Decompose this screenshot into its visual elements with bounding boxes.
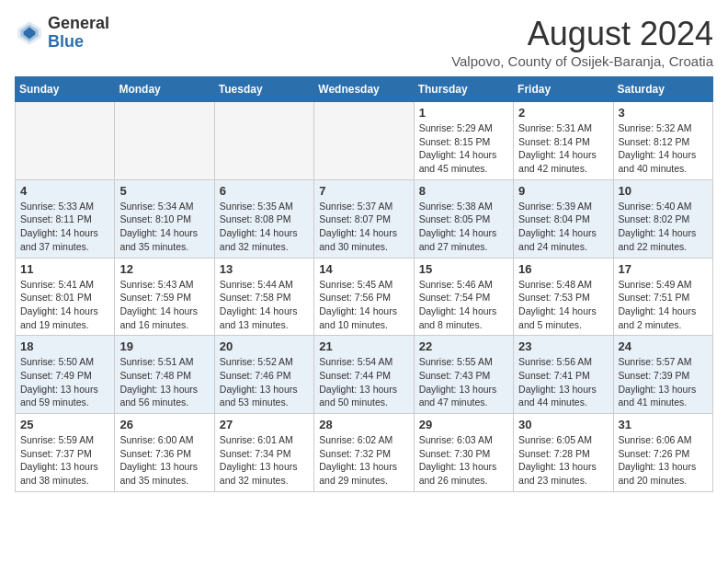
calendar-cell: 24Sunrise: 5:57 AM Sunset: 7:39 PM Dayli… [613, 336, 712, 414]
calendar-cell: 12Sunrise: 5:43 AM Sunset: 7:59 PM Dayli… [115, 258, 214, 336]
day-info: Sunrise: 5:59 AM Sunset: 7:37 PM Dayligh… [20, 433, 109, 488]
day-info: Sunrise: 6:03 AM Sunset: 7:30 PM Dayligh… [419, 433, 508, 488]
day-number: 15 [419, 262, 508, 276]
logo-text: General Blue [48, 15, 109, 52]
month-year: August 2024 [451, 15, 713, 53]
calendar-week-row: 18Sunrise: 5:50 AM Sunset: 7:49 PM Dayli… [16, 336, 713, 414]
day-info: Sunrise: 5:43 AM Sunset: 7:59 PM Dayligh… [119, 278, 209, 332]
calendar-cell: 27Sunrise: 6:01 AM Sunset: 7:34 PM Dayli… [214, 414, 313, 492]
calendar-cell: 7Sunrise: 5:37 AM Sunset: 8:07 PM Daylig… [314, 179, 414, 258]
logo: General Blue [15, 15, 109, 52]
day-info: Sunrise: 5:29 AM Sunset: 8:15 PM Dayligh… [419, 121, 508, 176]
day-info: Sunrise: 5:40 AM Sunset: 8:02 PM Dayligh… [619, 200, 708, 254]
day-number: 16 [518, 262, 608, 276]
calendar-cell: 18Sunrise: 5:50 AM Sunset: 7:49 PM Dayli… [16, 336, 115, 414]
weekday-header: Tuesday [214, 77, 313, 102]
day-info: Sunrise: 5:56 AM Sunset: 7:41 PM Dayligh… [518, 355, 608, 409]
day-info: Sunrise: 5:32 AM Sunset: 8:12 PM Dayligh… [619, 121, 708, 176]
day-info: Sunrise: 5:38 AM Sunset: 8:05 PM Dayligh… [419, 200, 508, 254]
day-number: 18 [20, 339, 109, 353]
day-info: Sunrise: 5:39 AM Sunset: 8:04 PM Dayligh… [518, 200, 608, 254]
day-info: Sunrise: 5:41 AM Sunset: 8:01 PM Dayligh… [20, 278, 109, 332]
day-info: Sunrise: 6:05 AM Sunset: 7:28 PM Dayligh… [518, 433, 608, 488]
calendar-cell: 13Sunrise: 5:44 AM Sunset: 7:58 PM Dayli… [214, 258, 313, 336]
day-info: Sunrise: 5:34 AM Sunset: 8:10 PM Dayligh… [119, 200, 209, 254]
calendar-cell: 31Sunrise: 6:06 AM Sunset: 7:26 PM Dayli… [613, 414, 712, 492]
calendar-cell: 20Sunrise: 5:52 AM Sunset: 7:46 PM Dayli… [214, 336, 313, 414]
day-info: Sunrise: 5:48 AM Sunset: 7:53 PM Dayligh… [518, 278, 608, 332]
day-number: 20 [220, 339, 309, 353]
day-number: 26 [119, 418, 209, 431]
location: Valpovo, County of Osijek-Baranja, Croat… [451, 53, 713, 69]
day-number: 24 [619, 339, 708, 353]
day-number: 21 [319, 339, 408, 353]
day-info: Sunrise: 5:49 AM Sunset: 7:51 PM Dayligh… [619, 278, 708, 332]
day-number: 25 [20, 418, 109, 431]
day-info: Sunrise: 5:33 AM Sunset: 8:11 PM Dayligh… [20, 200, 109, 254]
day-number: 6 [220, 184, 309, 198]
day-info: Sunrise: 5:50 AM Sunset: 7:49 PM Dayligh… [20, 355, 109, 409]
calendar-cell: 17Sunrise: 5:49 AM Sunset: 7:51 PM Dayli… [613, 258, 712, 336]
day-number: 4 [20, 184, 109, 198]
day-number: 10 [619, 184, 708, 198]
calendar-week-row: 11Sunrise: 5:41 AM Sunset: 8:01 PM Dayli… [16, 258, 713, 336]
day-number: 2 [518, 106, 608, 120]
calendar-cell [115, 102, 214, 180]
day-info: Sunrise: 6:02 AM Sunset: 7:32 PM Dayligh… [319, 433, 408, 488]
page-header: General Blue August 2024 Valpovo, County… [15, 15, 713, 69]
calendar-cell: 28Sunrise: 6:02 AM Sunset: 7:32 PM Dayli… [314, 414, 414, 492]
day-info: Sunrise: 5:35 AM Sunset: 8:08 PM Dayligh… [220, 200, 309, 254]
logo-icon [15, 18, 44, 48]
calendar-cell: 26Sunrise: 6:00 AM Sunset: 7:36 PM Dayli… [115, 414, 214, 492]
calendar-cell: 2Sunrise: 5:31 AM Sunset: 8:14 PM Daylig… [514, 102, 613, 180]
calendar-cell: 23Sunrise: 5:56 AM Sunset: 7:41 PM Dayli… [514, 336, 613, 414]
calendar-cell: 25Sunrise: 5:59 AM Sunset: 7:37 PM Dayli… [16, 414, 115, 492]
day-info: Sunrise: 5:51 AM Sunset: 7:48 PM Dayligh… [119, 355, 209, 409]
day-info: Sunrise: 5:57 AM Sunset: 7:39 PM Dayligh… [619, 355, 708, 409]
day-number: 29 [419, 418, 508, 431]
calendar-cell: 21Sunrise: 5:54 AM Sunset: 7:44 PM Dayli… [314, 336, 414, 414]
calendar-cell: 6Sunrise: 5:35 AM Sunset: 8:08 PM Daylig… [214, 179, 313, 258]
day-number: 1 [419, 106, 508, 120]
calendar-cell: 16Sunrise: 5:48 AM Sunset: 7:53 PM Dayli… [514, 258, 613, 336]
calendar-cell: 10Sunrise: 5:40 AM Sunset: 8:02 PM Dayli… [613, 179, 712, 258]
day-info: Sunrise: 5:45 AM Sunset: 7:56 PM Dayligh… [319, 278, 408, 332]
calendar-cell: 5Sunrise: 5:34 AM Sunset: 8:10 PM Daylig… [115, 179, 214, 258]
day-info: Sunrise: 5:52 AM Sunset: 7:46 PM Dayligh… [220, 355, 309, 409]
calendar-cell: 30Sunrise: 6:05 AM Sunset: 7:28 PM Dayli… [514, 414, 613, 492]
day-number: 7 [319, 184, 408, 198]
day-number: 14 [319, 262, 408, 276]
calendar-cell: 15Sunrise: 5:46 AM Sunset: 7:54 PM Dayli… [414, 258, 513, 336]
day-number: 23 [518, 339, 608, 353]
weekday-header: Monday [115, 77, 214, 102]
day-number: 31 [619, 418, 708, 431]
calendar-week-row: 1Sunrise: 5:29 AM Sunset: 8:15 PM Daylig… [16, 102, 713, 180]
day-info: Sunrise: 5:46 AM Sunset: 7:54 PM Dayligh… [419, 278, 508, 332]
day-info: Sunrise: 6:06 AM Sunset: 7:26 PM Dayligh… [619, 433, 708, 488]
day-number: 28 [319, 418, 408, 431]
day-number: 13 [220, 262, 309, 276]
day-number: 30 [518, 418, 608, 431]
day-number: 8 [419, 184, 508, 198]
weekday-header: Friday [514, 77, 613, 102]
calendar-cell: 14Sunrise: 5:45 AM Sunset: 7:56 PM Dayli… [314, 258, 414, 336]
day-info: Sunrise: 6:00 AM Sunset: 7:36 PM Dayligh… [119, 433, 209, 488]
weekday-header: Thursday [414, 77, 513, 102]
calendar-header-row: SundayMondayTuesdayWednesdayThursdayFrid… [16, 77, 713, 102]
calendar-table: SundayMondayTuesdayWednesdayThursdayFrid… [15, 76, 713, 492]
day-info: Sunrise: 5:31 AM Sunset: 8:14 PM Dayligh… [518, 121, 608, 176]
calendar-cell [214, 102, 313, 180]
day-number: 17 [619, 262, 708, 276]
weekday-header: Wednesday [314, 77, 414, 102]
calendar-cell [16, 102, 115, 180]
day-info: Sunrise: 6:01 AM Sunset: 7:34 PM Dayligh… [220, 433, 309, 488]
calendar-cell: 4Sunrise: 5:33 AM Sunset: 8:11 PM Daylig… [16, 179, 115, 258]
day-info: Sunrise: 5:55 AM Sunset: 7:43 PM Dayligh… [419, 355, 508, 409]
calendar-cell: 29Sunrise: 6:03 AM Sunset: 7:30 PM Dayli… [414, 414, 513, 492]
title-block: August 2024 Valpovo, County of Osijek-Ba… [451, 15, 713, 69]
calendar-cell: 11Sunrise: 5:41 AM Sunset: 8:01 PM Dayli… [16, 258, 115, 336]
calendar-cell [314, 102, 414, 180]
day-number: 3 [619, 106, 708, 120]
calendar-cell: 9Sunrise: 5:39 AM Sunset: 8:04 PM Daylig… [514, 179, 613, 258]
calendar-cell: 19Sunrise: 5:51 AM Sunset: 7:48 PM Dayli… [115, 336, 214, 414]
